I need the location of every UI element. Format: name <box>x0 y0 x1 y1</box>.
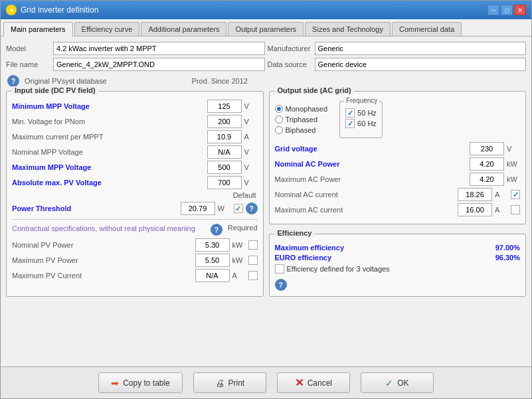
max-pv-power-checkbox[interactable] <box>248 256 258 265</box>
panels: Input side (DC PV field) Minimum MPP Vol… <box>6 91 526 297</box>
model-input[interactable] <box>53 42 265 55</box>
database-note: Original PVsyst database <box>25 77 107 85</box>
max-ac-power-unit: kW <box>507 175 520 183</box>
power-threshold-help-button[interactable]: ? <box>246 202 258 214</box>
min-voltage-pnom-input[interactable] <box>207 115 242 128</box>
nominal-mpp-voltage-input[interactable] <box>207 145 242 159</box>
nominal-pv-power-input[interactable] <box>195 238 230 252</box>
abs-max-pv-voltage-unit: V <box>244 179 258 187</box>
abs-max-pv-voltage-label: Absolute max. PV Voltage <box>12 179 205 187</box>
ok-button[interactable]: ✓ OK <box>361 372 434 393</box>
nominal-pv-power-checkbox[interactable] <box>248 240 258 250</box>
app-icon: ☀ <box>6 5 17 15</box>
tab-main-parameters[interactable]: Main parameters <box>3 22 73 37</box>
euro-efficiency-value: 96.30% <box>495 254 520 262</box>
tab-commercial-data[interactable]: Commercial data <box>392 22 462 36</box>
window-title: Grid inverter definition <box>21 5 98 15</box>
manufacturer-label: Manufacturer <box>268 44 311 52</box>
power-threshold-checkbox[interactable] <box>234 204 243 213</box>
ok-label: OK <box>397 378 408 388</box>
tab-sizes-technology[interactable]: Sizes and Technology <box>305 22 391 36</box>
min-mpp-voltage-row: Minimum MPP Voltage V <box>12 100 258 113</box>
close-button[interactable]: ✕ <box>514 5 526 15</box>
max-pv-power-input[interactable] <box>195 254 230 267</box>
power-threshold-unit: W <box>218 204 231 212</box>
input-side-panel: Input side (DC PV field) Minimum MPP Vol… <box>6 91 264 297</box>
biphased-label: Biphased <box>286 126 316 134</box>
phase-radio-group: Monophased Triphased Biphased <box>275 105 328 134</box>
copy-to-table-button[interactable]: ➡ Copy to table <box>98 372 183 393</box>
max-pv-current-input[interactable] <box>195 269 230 282</box>
monophased-label: Monophased <box>286 105 328 113</box>
top-fields: Model Manufacturer File name Data source <box>6 42 526 71</box>
efficiency-3voltages-checkbox[interactable] <box>275 264 284 274</box>
window-icon-symbol: ☀ <box>9 7 15 14</box>
power-threshold-label: Power Threshold <box>12 204 178 212</box>
max-ac-power-input[interactable] <box>470 173 504 186</box>
power-threshold-row: Power Threshold W ? <box>12 202 258 215</box>
filename-label: File name <box>6 60 49 68</box>
tab-output-parameters[interactable]: Output parameters <box>228 22 304 36</box>
cancel-button[interactable]: ✕ Cancel <box>277 372 350 393</box>
print-button[interactable]: 🖨 Print <box>193 372 266 393</box>
tab-additional-parameters[interactable]: Additional parameters <box>141 22 226 36</box>
maximize-button[interactable]: □ <box>501 5 513 15</box>
cancel-label: Cancel <box>308 378 332 388</box>
efficiency-help-button[interactable]: ? <box>275 279 287 291</box>
freq-50hz-checkbox[interactable] <box>345 108 355 118</box>
prod-since: Prod. Since 2012 <box>192 77 248 85</box>
biphased-radio[interactable] <box>275 126 283 134</box>
manufacturer-input[interactable] <box>315 42 527 55</box>
contractual-label: Contractual specifications, without real… <box>12 224 205 233</box>
nominal-ac-current-input[interactable] <box>458 188 492 201</box>
max-ac-power-row: Maximum AC Power kW <box>275 173 521 186</box>
filename-input[interactable] <box>53 58 265 71</box>
efficiency-3voltages-label: Efficiency defined for 3 voltages <box>287 265 390 273</box>
contractual-help-button[interactable]: ? <box>211 224 222 236</box>
max-current-mppt-input[interactable] <box>207 130 242 143</box>
min-voltage-pnom-row: Min. Voltage for PNom V <box>12 115 258 128</box>
power-threshold-input[interactable] <box>181 202 215 215</box>
freq-60hz-checkbox[interactable] <box>345 119 355 128</box>
max-efficiency-row: Maximum efficiency 97.00% <box>275 244 521 252</box>
min-mpp-voltage-input[interactable] <box>207 100 242 113</box>
abs-max-pv-voltage-row: Absolute max. PV Voltage V <box>12 176 258 189</box>
default-row: Default <box>12 191 258 199</box>
tab-efficiency-curve[interactable]: Efficiency curve <box>74 22 140 36</box>
max-efficiency-label: Maximum efficiency <box>275 244 491 252</box>
min-voltage-pnom-label: Min. Voltage for PNom <box>12 118 205 125</box>
max-mpp-voltage-input[interactable] <box>207 161 242 174</box>
nominal-ac-power-input[interactable] <box>470 157 504 171</box>
max-ac-current-input[interactable] <box>458 203 492 216</box>
title-bar: ☀ Grid inverter definition ─ □ ✕ <box>1 1 531 19</box>
grid-voltage-row: Grid voltage V <box>275 142 521 155</box>
nominal-ac-current-checkbox[interactable] <box>511 190 520 199</box>
grid-voltage-unit: V <box>507 145 520 153</box>
nominal-ac-power-label: Nominal AC Power <box>275 160 468 168</box>
max-pv-current-checkbox[interactable] <box>248 271 258 280</box>
help-button-top[interactable]: ? <box>7 75 19 87</box>
nominal-ac-power-unit: kW <box>507 160 520 168</box>
footer: ➡ Copy to table 🖨 Print ✕ Cancel ✓ OK <box>1 366 531 398</box>
grid-voltage-input[interactable] <box>470 142 504 155</box>
model-row: Model <box>6 42 265 55</box>
max-mpp-voltage-label: Maximum MPP Voltage <box>12 163 205 171</box>
euro-efficiency-label: EURO efficiency <box>275 254 491 262</box>
filename-row: File name <box>6 58 265 71</box>
frequency-box: Frequency 50 Hz 60 Hz <box>339 101 383 138</box>
output-side-panel: Output side (AC grid) Monophased Triphas… <box>269 91 527 224</box>
frequency-title: Frequency <box>344 97 379 104</box>
abs-max-pv-voltage-input[interactable] <box>207 176 242 189</box>
monophased-radio[interactable] <box>275 105 283 113</box>
max-ac-current-label: Maximum AC current <box>275 206 456 214</box>
tab-bar: Main parameters Efficiency curve Additio… <box>1 19 531 37</box>
max-ac-current-checkbox[interactable] <box>511 205 520 214</box>
datasource-row: Data source <box>268 58 527 71</box>
datasource-input[interactable] <box>315 58 527 71</box>
print-label: Print <box>228 378 245 388</box>
cancel-icon: ✕ <box>295 376 304 389</box>
triphased-row: Triphased <box>275 116 328 123</box>
minimize-button[interactable]: ─ <box>488 5 499 15</box>
triphased-radio[interactable] <box>275 116 283 123</box>
datasource-label: Data source <box>268 60 311 68</box>
